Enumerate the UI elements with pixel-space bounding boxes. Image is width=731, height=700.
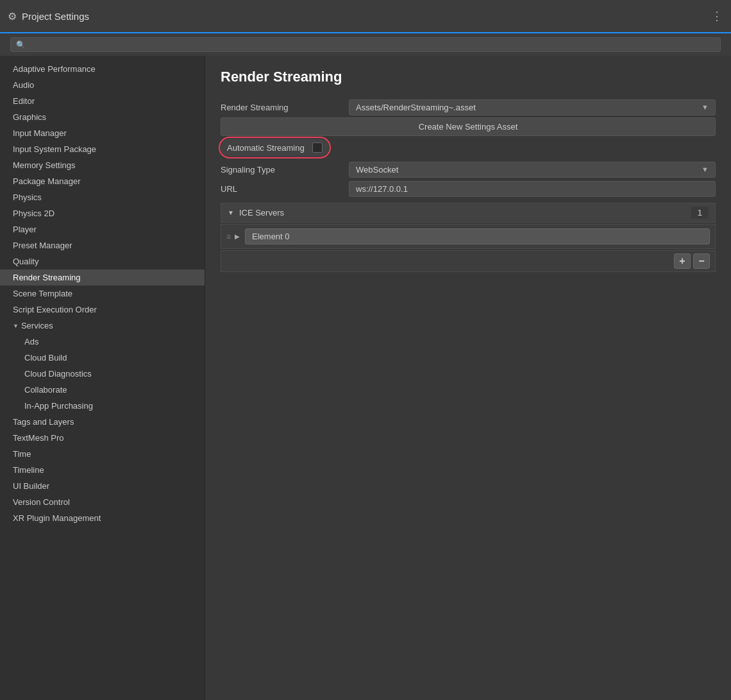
sidebar-item-label: Package Manager — [13, 176, 81, 186]
search-wrapper: 🔍 — [10, 37, 721, 52]
sidebar-item-package-manager[interactable]: Package Manager — [0, 173, 205, 189]
sidebar-item-render-streaming[interactable]: Render Streaming — [0, 269, 205, 286]
signaling-type-label: Signaling Type — [221, 165, 349, 175]
sidebar-item-ui-builder[interactable]: UI Builder — [0, 478, 205, 494]
element-0-row: ≡ ▶ — [221, 224, 716, 249]
search-bar: 🔍 — [0, 33, 731, 56]
page-title: Render Streaming — [221, 69, 716, 85]
sidebar-item-label: Script Execution Order — [13, 305, 97, 314]
sidebar-item-physics[interactable]: Physics — [0, 189, 205, 205]
sidebar-item-services[interactable]: ▼Services — [0, 318, 205, 334]
sidebar-item-graphics[interactable]: Graphics — [0, 109, 205, 125]
more-options-icon[interactable]: ⋮ — [711, 9, 723, 23]
automatic-streaming-row: Automatic Streaming — [221, 139, 329, 157]
sidebar-item-label: Physics — [13, 192, 42, 202]
remove-element-button[interactable]: − — [693, 253, 710, 269]
signaling-type-dropdown[interactable]: WebSocket ▼ — [349, 162, 716, 178]
ice-servers-label: ICE Servers — [239, 208, 691, 218]
main-layout: Adaptive PerformanceAudioEditorGraphicsI… — [0, 56, 731, 700]
render-streaming-dropdown[interactable]: Assets/RenderStreaming~.asset ▼ — [349, 99, 716, 115]
create-settings-button[interactable]: Create New Settings Asset — [221, 117, 716, 136]
url-label: URL — [221, 184, 349, 194]
sidebar-item-player[interactable]: Player — [0, 221, 205, 237]
render-streaming-row: Render Streaming Assets/RenderStreaming~… — [221, 98, 716, 116]
sidebar-item-label: In-App Purchasing — [24, 401, 93, 411]
sidebar-item-input-manager[interactable]: Input Manager — [0, 125, 205, 141]
render-streaming-value: Assets/RenderStreaming~.asset ▼ — [349, 99, 716, 115]
sidebar-item-label: Editor — [13, 96, 35, 106]
sidebar-item-label: Tags and Layers — [13, 417, 74, 427]
sidebar-item-collaborate[interactable]: Collaborate — [0, 382, 205, 398]
sidebar-item-label: Cloud Diagnostics — [24, 369, 92, 379]
render-streaming-label: Render Streaming — [221, 103, 349, 112]
sidebar-item-label: Adaptive Performance — [13, 64, 96, 74]
sidebar-item-label: Collaborate — [24, 385, 67, 395]
sidebar-item-cloud-build[interactable]: Cloud Build — [0, 350, 205, 366]
sidebar-item-xr-plugin-management[interactable]: XR Plugin Management — [0, 510, 205, 526]
sidebar-item-label: Player — [13, 225, 37, 234]
sidebar-item-timeline[interactable]: Timeline — [0, 462, 205, 478]
ice-servers-triangle-icon[interactable]: ▼ — [228, 209, 234, 216]
sidebar-item-memory-settings[interactable]: Memory Settings — [0, 157, 205, 173]
sidebar-item-label: UI Builder — [13, 481, 49, 491]
sidebar-item-version-control[interactable]: Version Control — [0, 494, 205, 510]
sidebar-item-ads[interactable]: Ads — [0, 334, 205, 350]
sidebar-item-label: Input System Package — [13, 144, 96, 154]
sidebar-item-label: Physics 2D — [13, 209, 55, 218]
url-value — [349, 181, 716, 197]
sidebar-item-time[interactable]: Time — [0, 446, 205, 462]
window-title: Project Settings — [22, 11, 89, 22]
signaling-type-dropdown-value: WebSocket — [356, 165, 398, 175]
automatic-streaming-checkbox[interactable] — [312, 142, 323, 153]
element-0-input[interactable] — [245, 228, 710, 244]
sidebar-item-script-execution-order[interactable]: Script Execution Order — [0, 302, 205, 318]
url-input[interactable] — [349, 181, 716, 197]
search-input[interactable] — [29, 40, 715, 49]
sidebar-item-label: Scene Template — [13, 289, 72, 298]
sidebar-item-scene-template[interactable]: Scene Template — [0, 286, 205, 302]
sidebar-item-textmesh-pro[interactable]: TextMesh Pro — [0, 430, 205, 446]
sidebar-item-label: Time — [13, 449, 31, 459]
sidebar-item-label: Version Control — [13, 497, 70, 507]
url-row: URL — [221, 180, 716, 198]
sidebar-item-label: Input Manager — [13, 128, 67, 138]
content-panel: Render Streaming Render Streaming Assets… — [205, 56, 731, 700]
sidebar-item-quality[interactable]: Quality — [0, 253, 205, 269]
sidebar-item-label: Timeline — [13, 465, 44, 475]
add-remove-row: + − — [221, 250, 716, 272]
signaling-type-row: Signaling Type WebSocket ▼ — [221, 160, 716, 178]
sidebar-item-input-system-package[interactable]: Input System Package — [0, 141, 205, 157]
add-element-button[interactable]: + — [674, 253, 691, 269]
sidebar-item-adaptive-performance[interactable]: Adaptive Performance — [0, 61, 205, 77]
sidebar-item-label: Audio — [13, 80, 34, 90]
sidebar-item-label: Graphics — [13, 112, 46, 122]
signaling-dropdown-arrow-icon: ▼ — [702, 166, 709, 173]
sidebar-item-editor[interactable]: Editor — [0, 93, 205, 109]
sidebar-item-tags-and-layers[interactable]: Tags and Layers — [0, 414, 205, 430]
sidebar-item-preset-manager[interactable]: Preset Manager — [0, 237, 205, 253]
sidebar-item-label: Services — [21, 321, 53, 330]
render-streaming-dropdown-value: Assets/RenderStreaming~.asset — [356, 103, 476, 112]
sidebar-item-physics-2d[interactable]: Physics 2D — [0, 205, 205, 221]
ice-servers-header: ▼ ICE Servers 1 — [221, 203, 716, 223]
sidebar: Adaptive PerformanceAudioEditorGraphicsI… — [0, 56, 205, 700]
sidebar-item-cloud-diagnostics[interactable]: Cloud Diagnostics — [0, 366, 205, 382]
sidebar-item-label: Preset Manager — [13, 241, 72, 250]
dropdown-arrow-icon: ▼ — [702, 103, 709, 111]
services-triangle-icon: ▼ — [13, 323, 19, 329]
sidebar-item-label: TextMesh Pro — [13, 433, 63, 443]
ice-servers-count: 1 — [691, 207, 709, 219]
sidebar-item-label: Ads — [24, 337, 38, 346]
sidebar-item-label: XR Plugin Management — [13, 513, 101, 523]
signaling-type-value: WebSocket ▼ — [349, 162, 716, 178]
sidebar-item-audio[interactable]: Audio — [0, 77, 205, 93]
sidebar-item-label: Render Streaming — [13, 273, 81, 282]
sidebar-item-label: Cloud Build — [24, 353, 67, 363]
automatic-streaming-label: Automatic Streaming — [227, 143, 305, 153]
element-expand-icon[interactable]: ▶ — [235, 233, 240, 240]
sidebar-item-label: Quality — [13, 257, 38, 266]
sidebar-item-in-app-purchasing[interactable]: In-App Purchasing — [0, 398, 205, 414]
search-icon: 🔍 — [16, 40, 26, 49]
sidebar-item-label: Memory Settings — [13, 160, 76, 170]
gear-icon: ⚙ — [8, 10, 17, 22]
